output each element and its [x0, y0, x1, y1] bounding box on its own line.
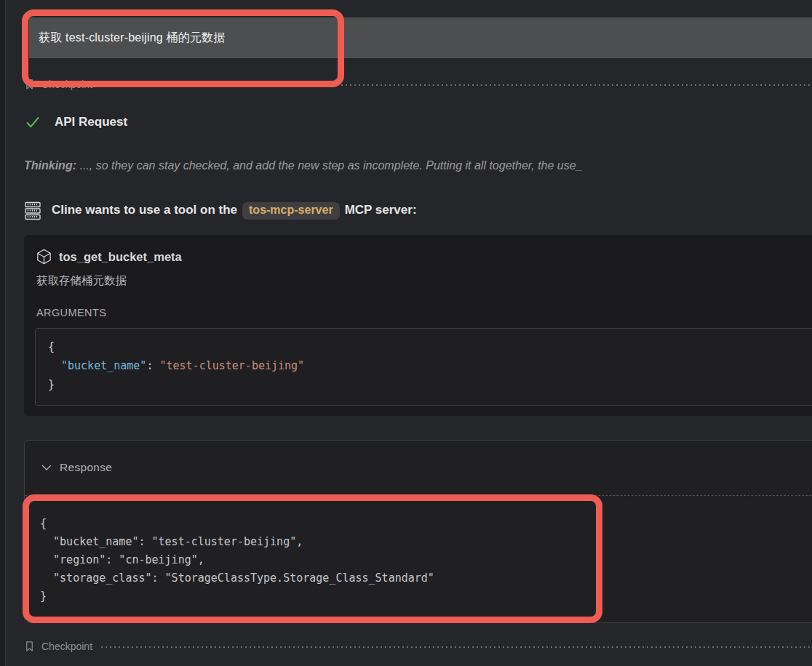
checkpoint-label: Checkpoint — [41, 641, 92, 652]
api-request-label: API Request — [55, 115, 127, 129]
api-request-row: API Request — [24, 113, 127, 132]
response-json-line: "region": "cn-beijing", — [40, 551, 811, 569]
mcp-server-badge: tos-mcp-server — [242, 202, 340, 220]
bookmark-icon — [24, 641, 35, 652]
bookmark-icon — [24, 79, 35, 90]
response-header[interactable]: Response — [25, 441, 812, 494]
checkpoint-dotted-divider — [101, 646, 812, 648]
args-value: "test-cluster-beijing" — [159, 359, 304, 372]
response-json: { "bucket_name": "test-cluster-beijing",… — [40, 515, 811, 606]
tool-use-suffix: MCP server: — [345, 203, 417, 217]
checkpoint-dotted-divider — [101, 84, 812, 86]
args-line-kv: "bucket_name": "test-cluster-beijing" — [48, 356, 812, 375]
response-divider — [25, 495, 812, 496]
args-key: "bucket_name" — [61, 359, 146, 372]
response-label: Response — [60, 461, 112, 474]
cube-icon — [36, 249, 52, 265]
thinking-row[interactable]: Thinking: ..., so they can stay checked,… — [24, 159, 812, 177]
tool-use-prefix: Cline wants to use a tool on the — [52, 203, 237, 217]
checkpoint-label: Checkpoint — [41, 79, 92, 90]
args-line-close: } — [48, 375, 812, 394]
response-json-line: } — [40, 587, 811, 606]
thinking-text: ..., so they can stay checked, and add t… — [76, 159, 583, 172]
tool-header: tos_get_bucket_meta — [36, 249, 182, 265]
response-json-line: "bucket_name": "test-cluster-beijing", — [40, 533, 811, 551]
check-icon — [24, 113, 41, 131]
user-message-bar: 获取 test-cluster-beijing 桶的元数据 — [29, 17, 812, 58]
response-panel: Response { "bucket_name": "test-cluster-… — [24, 440, 812, 623]
thinking-prefix: Thinking: — [24, 159, 76, 172]
user-message-text: 获取 test-cluster-beijing 桶的元数据 — [29, 31, 226, 46]
tool-use-row: Cline wants to use a tool on thetos-mcp-… — [25, 200, 812, 222]
args-separator: : — [146, 359, 159, 372]
response-json-line: { — [40, 515, 811, 533]
panel-left-edge — [0, 0, 6, 666]
response-json-line: "storage_class": "StorageClassType.Stora… — [40, 569, 811, 587]
args-line-open: { — [48, 337, 812, 356]
chevron-down-icon — [41, 465, 52, 471]
arguments-code-block: { "bucket_name": "test-cluster-beijing" … — [35, 328, 812, 406]
server-icon — [25, 201, 41, 220]
tool-use-text: Cline wants to use a tool on thetos-mcp-… — [52, 202, 417, 220]
tool-name: tos_get_bucket_meta — [59, 250, 182, 264]
checkpoint-row-bottom: Checkpoint — [24, 640, 812, 653]
checkpoint-row-top: Checkpoint — [24, 78, 812, 91]
arguments-label: ARGUMENTS — [36, 307, 106, 318]
tool-description: 获取存储桶元数据 — [36, 273, 127, 289]
mcp-tool-card: tos_get_bucket_meta 获取存储桶元数据 ARGUMENTS {… — [24, 235, 812, 416]
